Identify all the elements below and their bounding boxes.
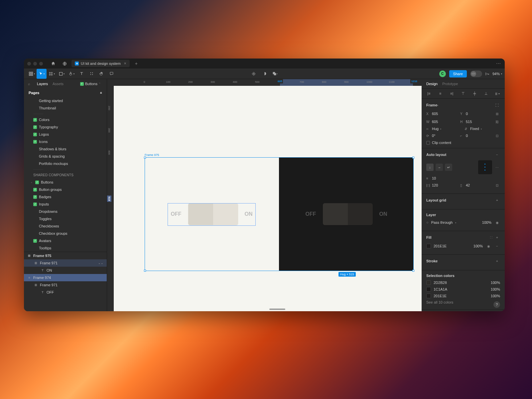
color-swatch[interactable]: [426, 280, 431, 285]
prototype-tab[interactable]: Prototype: [442, 82, 458, 86]
autolayout-settings-icon[interactable]: ⋯: [494, 164, 500, 170]
window-menu-icon[interactable]: ⋯: [496, 61, 501, 66]
add-stroke-icon[interactable]: +: [494, 258, 500, 264]
add-page-button[interactable]: +: [100, 91, 102, 95]
add-fill-icon[interactable]: +: [494, 234, 500, 240]
dev-mode-toggle[interactable]: </>: [470, 70, 482, 77]
page-item[interactable]: Getting started: [27, 97, 104, 104]
hand-tool[interactable]: [96, 69, 106, 79]
toggle-track-dark[interactable]: [323, 203, 373, 225]
independent-corners-icon[interactable]: ⊡: [494, 133, 500, 139]
remove-autolayout-icon[interactable]: −: [494, 152, 500, 158]
page-item[interactable]: ✓Badges: [27, 193, 104, 200]
page-item[interactable]: ✓Logos: [27, 131, 104, 138]
fill-visibility-icon[interactable]: ◉: [485, 243, 491, 249]
toggle-knob[interactable]: [188, 203, 213, 225]
hsize-dropdown[interactable]: Hug: [432, 127, 439, 131]
minimize-window-icon[interactable]: [33, 62, 37, 66]
layer-row[interactable]: TON: [24, 267, 107, 274]
zoom-control[interactable]: 94%▾: [492, 72, 502, 76]
page-item[interactable]: Thumbnail: [27, 104, 104, 112]
page-item[interactable]: Checkboxes: [27, 222, 104, 230]
new-tab-button[interactable]: +: [132, 61, 140, 66]
globe-icon[interactable]: [60, 59, 69, 68]
canvas-scrollbar[interactable]: [269, 309, 285, 310]
page-item[interactable]: ✓Icons: [27, 138, 104, 145]
design-tab[interactable]: Design: [426, 82, 438, 86]
resources-tool[interactable]: [86, 69, 96, 79]
toggle-track-light[interactable]: [188, 203, 238, 225]
fill-opacity[interactable]: 100%: [473, 244, 483, 248]
page-item[interactable]: ✓Button groups: [27, 186, 104, 193]
component-icon[interactable]: [250, 70, 258, 78]
radius-input[interactable]: 0: [466, 134, 468, 138]
blend-mode-dropdown[interactable]: Pass through: [431, 220, 453, 224]
layer-row[interactable]: ⊞Frame 975: [24, 252, 107, 259]
vsize-dropdown[interactable]: Fixed: [470, 127, 479, 131]
see-all-colors[interactable]: See all 10 colors: [426, 300, 453, 304]
page-item[interactable]: Grids & spacing: [27, 153, 104, 160]
alignment-widget[interactable]: [478, 160, 492, 174]
frame-tool[interactable]: ▾: [47, 69, 57, 79]
gap-input[interactable]: 10: [432, 176, 436, 180]
distribute-icon[interactable]: ⫼▾: [494, 91, 501, 96]
page-item[interactable]: Checkbox groups: [27, 230, 104, 237]
frame-label[interactable]: Frame 975: [145, 153, 159, 157]
visibility-icon[interactable]: ◉: [494, 219, 500, 225]
rotation-input[interactable]: 0°: [432, 134, 436, 138]
page-item[interactable]: Dropdowns: [27, 208, 104, 215]
color-swatch[interactable]: [426, 294, 431, 298]
layer-row[interactable]: ⊞Frame 971: [24, 281, 107, 289]
style-icon[interactable]: ⸬: [488, 234, 494, 240]
align-hcenter-icon[interactable]: ≡: [437, 91, 444, 96]
shape-tool[interactable]: ▾: [57, 69, 66, 79]
page-item[interactable]: ⌄✓Buttons: [27, 179, 104, 186]
share-button[interactable]: Share: [449, 70, 467, 77]
page-item[interactable]: ✓Typography: [27, 123, 104, 131]
assets-tab[interactable]: Assets: [53, 82, 64, 86]
align-vcenter-icon[interactable]: ╪: [471, 91, 478, 96]
align-top-icon[interactable]: ⊤: [460, 91, 466, 96]
page-item[interactable]: ✓Inputs: [27, 200, 104, 208]
layers-tab[interactable]: Layers: [37, 82, 48, 86]
maximize-window-icon[interactable]: [39, 62, 43, 66]
main-menu-button[interactable]: ▾: [27, 69, 37, 79]
page-item[interactable]: Portfolio mockups: [27, 160, 104, 167]
remove-fill-icon[interactable]: −: [494, 243, 500, 249]
boolean-icon[interactable]: ▾: [271, 70, 279, 78]
pad-h-input[interactable]: 120: [432, 183, 438, 187]
pen-tool[interactable]: ▾: [66, 69, 76, 79]
align-left-icon[interactable]: |≡: [426, 91, 432, 96]
page-item[interactable]: ✓Avatars: [27, 237, 104, 244]
fill-hex[interactable]: 201E1E: [434, 244, 447, 248]
text-tool[interactable]: [76, 69, 86, 79]
move-tool[interactable]: ▾: [37, 69, 47, 79]
page-item[interactable]: Toggles: [27, 215, 104, 222]
align-right-icon[interactable]: ≡|: [449, 91, 455, 96]
mask-icon[interactable]: [260, 70, 268, 78]
add-grid-icon[interactable]: +: [494, 197, 500, 203]
x-input[interactable]: 605: [432, 112, 438, 116]
pad-v-input[interactable]: 42: [466, 183, 470, 187]
padding-individual-icon[interactable]: ⊡: [494, 182, 500, 188]
layer-row[interactable]: TOFF: [24, 289, 107, 296]
clip-checkbox[interactable]: [426, 141, 430, 145]
color-swatch[interactable]: [426, 287, 431, 292]
file-tab[interactable]: ❖ UI kit and design system ×: [71, 60, 130, 67]
y-input[interactable]: 0: [466, 112, 468, 116]
toggle-knob[interactable]: [323, 203, 348, 225]
layer-row[interactable]: ⊞Frame 971⌄⌄: [24, 259, 107, 267]
close-window-icon[interactable]: [27, 62, 31, 66]
page-dropdown[interactable]: ✓ Buttons ⌃: [78, 81, 103, 86]
comment-tool[interactable]: [106, 69, 116, 79]
w-input[interactable]: 605: [432, 120, 438, 124]
direction-horizontal-icon[interactable]: →: [436, 164, 443, 171]
home-icon[interactable]: [49, 59, 58, 68]
canvas-content[interactable]: Frame 975 OFF ON OFF: [114, 86, 422, 311]
present-button[interactable]: ▷▾: [485, 72, 489, 75]
page-item[interactable]: Tooltips: [27, 244, 104, 252]
canvas[interactable]: 0 100 200 300 400 500 700 800 900 1000 1…: [107, 79, 422, 311]
close-tab-icon[interactable]: ×: [124, 61, 126, 66]
user-avatar[interactable]: C: [439, 70, 446, 77]
resize-fit-icon[interactable]: ⛶: [494, 102, 500, 108]
